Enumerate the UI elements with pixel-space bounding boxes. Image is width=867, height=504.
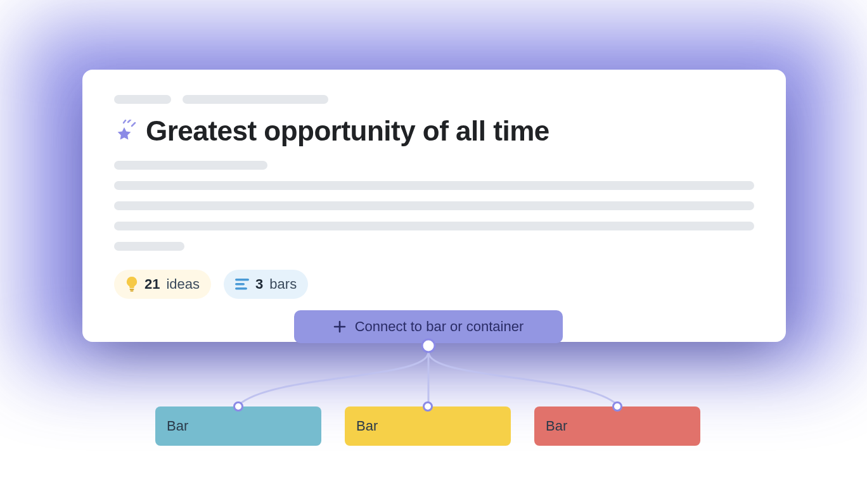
plus-icon (333, 320, 346, 333)
svg-rect-2 (235, 279, 249, 281)
skeleton-paragraph (114, 161, 754, 251)
breadcrumb-placeholder (183, 95, 328, 104)
ideas-count: 21 (144, 276, 160, 293)
bar-item[interactable]: Bar (534, 406, 700, 446)
ideas-label: ideas (166, 276, 200, 293)
bars-icon (235, 279, 249, 290)
skeleton-line (114, 242, 184, 251)
connection-node-icon (423, 401, 433, 412)
bar-label: Bar (167, 418, 188, 434)
bar-item[interactable]: Bar (155, 406, 321, 446)
title-row: Greatest opportunity of all time (114, 115, 754, 147)
opportunity-card: Greatest opportunity of all time 21 idea… (82, 70, 786, 342)
connect-label: Connect to bar or container (355, 318, 524, 335)
lightbulb-icon (125, 277, 138, 292)
svg-rect-0 (130, 289, 134, 290)
svg-rect-1 (131, 291, 134, 292)
svg-rect-4 (235, 287, 247, 290)
breadcrumb (114, 95, 754, 104)
connection-node-icon (233, 401, 243, 412)
bar-label: Bar (546, 418, 567, 434)
bars-count: 3 (255, 276, 263, 293)
skeleton-line (114, 201, 754, 210)
bar-item[interactable]: Bar (345, 406, 511, 446)
connection-node-icon (612, 401, 622, 412)
bar-label: Bar (356, 418, 378, 434)
bars-label: bars (269, 276, 297, 293)
connect-button[interactable]: Connect to bar or container (294, 310, 563, 343)
chips: 21 ideas 3 bars (114, 270, 754, 299)
svg-rect-3 (235, 283, 245, 286)
bars-chip[interactable]: 3 bars (224, 270, 308, 299)
bars-row: Bar Bar Bar (155, 406, 700, 446)
ideas-chip[interactable]: 21 ideas (114, 270, 211, 299)
stage: Greatest opportunity of all time 21 idea… (0, 0, 867, 504)
breadcrumb-placeholder (114, 95, 171, 104)
shooting-star-icon (114, 120, 137, 142)
card-title: Greatest opportunity of all time (146, 115, 549, 147)
skeleton-line (114, 161, 267, 170)
skeleton-line (114, 181, 754, 190)
skeleton-line (114, 222, 754, 230)
